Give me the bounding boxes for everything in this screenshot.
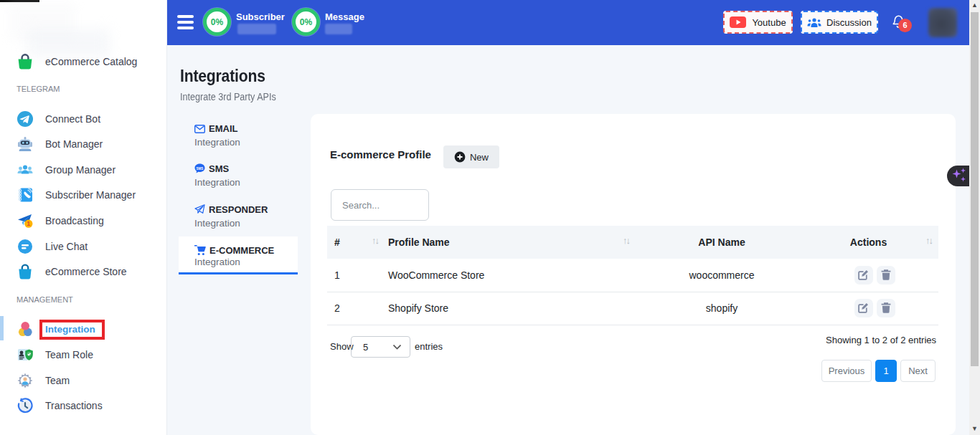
svg-text:SMS: SMS [197, 167, 204, 171]
svg-text:1: 1 [27, 220, 30, 227]
